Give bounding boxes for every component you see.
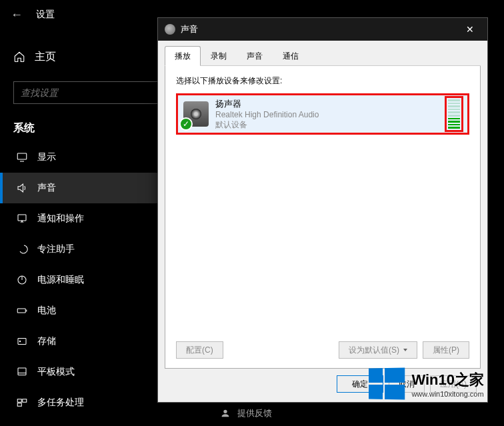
sound-dialog-icon	[165, 24, 175, 35]
settings-title: 设置	[36, 9, 55, 21]
vu-segment	[448, 99, 460, 101]
home-label: 主页	[35, 50, 56, 64]
watermark-url: www.win10xitong.com	[411, 390, 484, 398]
feedback-bar[interactable]: 提供反馈	[220, 401, 272, 426]
vu-meter	[448, 99, 460, 129]
vu-segment	[448, 109, 460, 111]
tab-0[interactable]: 播放	[165, 46, 201, 66]
sound-dialog: 声音 ✕ 播放录制声音通信 选择以下播放设备来修改设置: ✓ 扬声器 Realt…	[157, 17, 488, 403]
windows-logo-icon	[369, 367, 405, 399]
dialog-title: 声音	[181, 23, 459, 35]
svg-rect-5	[17, 309, 25, 313]
watermark: Win10之家 www.win10xitong.com	[368, 368, 484, 399]
device-list-empty[interactable]	[176, 139, 469, 335]
watermark-text: Win10之家 www.win10xitong.com	[411, 370, 484, 398]
focus-icon	[16, 243, 28, 255]
power-icon	[16, 274, 28, 286]
nav-label: 通知和操作	[37, 213, 84, 225]
device-texts: 扬声器 Realtek High Definition Audio 默认设备	[215, 98, 445, 131]
home-icon	[13, 51, 25, 63]
close-button[interactable]: ✕	[459, 19, 481, 40]
vu-segment	[448, 111, 460, 113]
device-name: 扬声器	[215, 98, 445, 110]
vu-segment	[448, 105, 460, 107]
instruction-text: 选择以下播放设备来修改设置:	[176, 75, 469, 87]
device-icon: ✓	[183, 101, 209, 127]
svg-rect-12	[23, 399, 27, 403]
nav-label: 电源和睡眠	[37, 274, 84, 286]
default-check-icon: ✓	[179, 117, 193, 131]
sound-icon	[16, 182, 28, 194]
svg-rect-2	[18, 215, 26, 221]
battery-icon	[16, 305, 28, 317]
notify-icon	[16, 213, 28, 225]
vu-segment	[448, 124, 460, 126]
device-status: 默认设备	[215, 119, 445, 131]
dialog-body: 播放录制声音通信 选择以下播放设备来修改设置: ✓ 扬声器 Realtek Hi…	[158, 41, 487, 402]
tab-3[interactable]: 通信	[273, 46, 309, 65]
tab-2[interactable]: 声音	[237, 46, 273, 65]
multitask-icon	[16, 397, 28, 409]
svg-rect-0	[17, 153, 27, 159]
svg-rect-13	[17, 403, 21, 407]
nav-label: 专注助手	[37, 243, 75, 255]
set-default-button[interactable]: 设为默认值(S)	[339, 341, 417, 359]
feedback-label: 提供反馈	[237, 407, 272, 419]
svg-rect-9	[18, 368, 26, 375]
device-button-row: 配置(C) 设为默认值(S) 属性(P)	[176, 341, 469, 359]
svg-rect-11	[17, 399, 21, 403]
tab-strip: 播放录制声音通信	[165, 46, 481, 66]
watermark-brand: Win10之家	[411, 370, 484, 390]
storage-icon	[16, 335, 28, 347]
vu-segment	[448, 103, 460, 105]
nav-label: 平板模式	[37, 366, 75, 378]
tab-page-playback: 选择以下播放设备来修改设置: ✓ 扬声器 Realtek High Defini…	[165, 66, 481, 369]
device-description: Realtek High Definition Audio	[215, 110, 445, 119]
feedback-icon	[220, 408, 231, 419]
nav-label: 声音	[37, 182, 56, 194]
nav-label: 多任务处理	[37, 397, 84, 409]
playback-device[interactable]: ✓ 扬声器 Realtek High Definition Audio 默认设备	[176, 93, 469, 135]
nav-label: 显示	[37, 151, 56, 163]
dialog-titlebar[interactable]: 声音 ✕	[158, 18, 487, 41]
vu-meter-frame	[445, 96, 463, 132]
properties-button[interactable]: 属性(P)	[423, 341, 469, 359]
svg-point-8	[19, 341, 21, 342]
vu-segment	[448, 127, 460, 129]
back-button[interactable]: ←	[11, 8, 23, 22]
tab-1[interactable]: 录制	[201, 46, 237, 65]
display-icon	[16, 151, 28, 163]
tablet-icon	[16, 366, 28, 378]
nav-label: 电池	[37, 305, 56, 317]
vu-segment	[448, 121, 460, 123]
vu-segment	[448, 118, 460, 120]
configure-button[interactable]: 配置(C)	[176, 341, 223, 359]
vu-segment	[448, 115, 460, 117]
nav-label: 存储	[37, 335, 56, 347]
